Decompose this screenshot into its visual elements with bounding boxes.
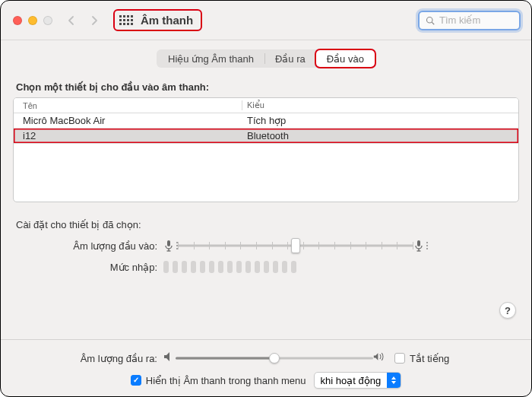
tab-sound-effects[interactable]: Hiệu ứng Âm thanh — [157, 50, 264, 67]
title-group: Âm thanh — [113, 9, 202, 31]
svg-rect-5 — [417, 240, 420, 246]
minimize-window-button[interactable] — [28, 16, 37, 25]
output-volume-label: Âm lượng đầu ra: — [13, 353, 163, 364]
search-field[interactable]: Tìm kiếm — [418, 11, 521, 30]
pane-title: Âm thanh — [141, 14, 193, 27]
slider-thumb[interactable] — [291, 238, 300, 253]
table-row[interactable]: Micrô MacBook Air Tích hợp — [14, 113, 518, 129]
input-level-label: Mức nhập: — [13, 262, 163, 273]
close-window-button[interactable] — [13, 16, 22, 25]
device-name: i12 — [14, 130, 242, 141]
speaker-low-icon — [163, 351, 176, 365]
sound-preferences-window: Âm thanh Tìm kiếm Hiệu ứng Âm thanh Đầu … — [0, 0, 532, 397]
mic-high-icon — [413, 239, 428, 252]
input-volume-slider-wrap — [178, 238, 413, 253]
tab-bar: Hiệu ứng Âm thanh Đầu ra Đầu vào — [13, 49, 519, 68]
search-icon — [426, 16, 435, 25]
device-settings-heading: Cài đặt cho thiết bị đã chọn: — [16, 219, 516, 230]
content: Hiệu ứng Âm thanh Đầu ra Đầu vào Chọn mộ… — [1, 40, 531, 339]
mute-checkbox-box — [394, 353, 405, 364]
output-volume-slider[interactable] — [176, 351, 373, 366]
output-volume-row: Âm lượng đầu ra: Tắt tiếng — [13, 351, 519, 366]
input-device-table: Tên Kiểu Micrô MacBook Air Tích hợp i12 … — [13, 97, 519, 202]
device-select-prompt: Chọn một thiết bị cho đầu vào âm thanh: — [16, 81, 516, 93]
zoom-window-button — [43, 16, 52, 25]
input-volume-label: Âm lượng đầu vào: — [13, 240, 163, 252]
select-value: khi hoạt động — [321, 375, 382, 386]
show-all-button[interactable] — [119, 15, 133, 25]
table-row[interactable]: i12 Bluetooth — [14, 129, 518, 144]
menubar-checkbox-box — [131, 375, 141, 386]
input-level-row: Mức nhập: — [13, 261, 519, 273]
grid-icon — [119, 15, 133, 25]
footer: Âm lượng đầu ra: Tắt tiếng — [1, 339, 531, 396]
menubar-row: Hiển thị Âm thanh trong thanh menu khi h… — [13, 372, 519, 389]
svg-line-1 — [432, 22, 434, 24]
titlebar: Âm thanh Tìm kiếm — [1, 1, 531, 40]
menubar-mode-select[interactable]: khi hoạt động — [314, 372, 402, 389]
search-placeholder: Tìm kiếm — [439, 14, 480, 26]
forward-button[interactable] — [86, 12, 103, 29]
column-header-name[interactable]: Tên — [14, 101, 242, 110]
menubar-label: Hiển thị Âm thanh trong thanh menu — [146, 375, 306, 386]
tab-input[interactable]: Đầu vào — [316, 50, 375, 67]
back-button[interactable] — [63, 12, 80, 29]
input-volume-slider[interactable] — [178, 238, 413, 253]
device-type: Tích hợp — [242, 115, 518, 126]
device-name: Micrô MacBook Air — [14, 115, 242, 126]
window-controls — [13, 16, 52, 25]
input-level-meter — [163, 261, 391, 273]
mic-low-icon — [163, 239, 178, 252]
speaker-high-icon — [373, 351, 385, 365]
device-type: Bluetooth — [242, 130, 518, 141]
input-volume-row: Âm lượng đầu vào: — [13, 238, 519, 253]
show-in-menubar-checkbox[interactable]: Hiển thị Âm thanh trong thanh menu — [131, 375, 306, 386]
tab-output[interactable]: Đầu ra — [264, 50, 316, 67]
output-volume-slider-wrap — [176, 351, 373, 366]
column-header-type[interactable]: Kiểu — [242, 100, 518, 110]
updown-arrows-icon — [387, 372, 401, 389]
mute-checkbox[interactable]: Tắt tiếng — [394, 353, 449, 364]
mute-label: Tắt tiếng — [410, 353, 449, 364]
segmented-control: Hiệu ứng Âm thanh Đầu ra Đầu vào — [157, 49, 375, 68]
slider-thumb[interactable] — [269, 353, 280, 364]
svg-point-0 — [427, 17, 433, 23]
table-header: Tên Kiểu — [14, 98, 518, 113]
svg-rect-2 — [167, 240, 170, 246]
help-button[interactable]: ? — [499, 302, 516, 319]
